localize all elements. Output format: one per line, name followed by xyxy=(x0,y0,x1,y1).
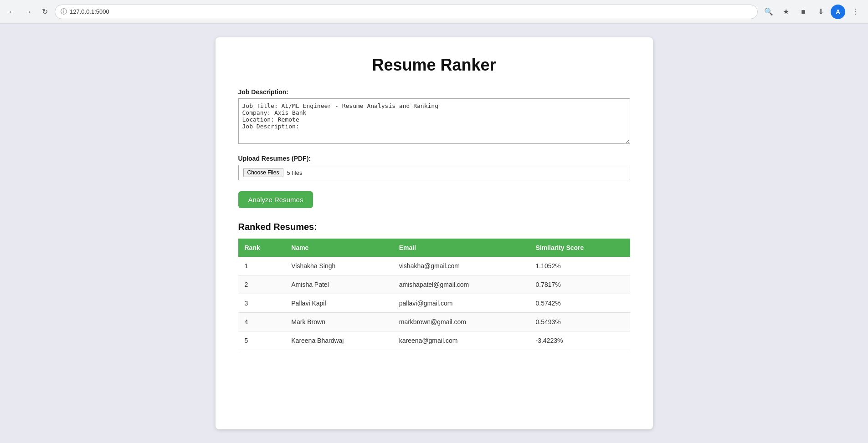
cell-rank: 1 xyxy=(238,257,285,275)
page-title: Resume Ranker xyxy=(238,56,630,75)
table-row: 1Vishakha Singhvishakha@gmail.com1.1052% xyxy=(238,257,630,275)
cell-score: 0.5493% xyxy=(529,313,630,331)
cell-name: Pallavi Kapil xyxy=(285,294,392,313)
cell-name: Mark Brown xyxy=(285,313,392,331)
results-table: Rank Name Email Similarity Score 1Vishak… xyxy=(238,239,630,350)
col-header-rank: Rank xyxy=(238,239,285,257)
table-row: 5Kareena Bhardwajkareena@gmail.com-3.422… xyxy=(238,331,630,350)
cell-name: Amisha Patel xyxy=(285,275,392,294)
col-header-name: Name xyxy=(285,239,392,257)
cell-name: Kareena Bhardwaj xyxy=(285,331,392,350)
table-row: 3Pallavi Kapilpallavi@gmail.com0.5742% xyxy=(238,294,630,313)
download-icon[interactable]: ⇓ xyxy=(813,5,828,19)
col-header-score: Similarity Score xyxy=(529,239,630,257)
table-header: Rank Name Email Similarity Score xyxy=(238,239,630,257)
job-description-textarea[interactable]: Job Title: AI/ML Engineer - Resume Analy… xyxy=(238,98,630,144)
info-icon: ⓘ xyxy=(61,8,67,16)
cell-score: -3.4223% xyxy=(529,331,630,350)
cell-score: 1.1052% xyxy=(529,257,630,275)
cell-email: vishakha@gmail.com xyxy=(393,257,529,275)
job-description-label: Job Description: xyxy=(238,88,630,96)
forward-button[interactable]: → xyxy=(22,5,35,18)
cell-rank: 5 xyxy=(238,331,285,350)
url-text: 127.0.0.1:5000 xyxy=(70,8,109,15)
back-button[interactable]: ← xyxy=(5,5,18,18)
cell-email: kareena@gmail.com xyxy=(393,331,529,350)
table-row: 4Mark Brownmarkbrown@gmail.com0.5493% xyxy=(238,313,630,331)
main-card: Resume Ranker Job Description: Job Title… xyxy=(216,37,653,429)
reload-button[interactable]: ↻ xyxy=(38,5,51,18)
menu-icon[interactable]: ⋮ xyxy=(848,5,863,19)
extensions-icon[interactable]: ■ xyxy=(796,5,811,19)
cell-email: markbrown@gmail.com xyxy=(393,313,529,331)
cell-rank: 3 xyxy=(238,294,285,313)
cell-email: pallavi@gmail.com xyxy=(393,294,529,313)
cell-score: 0.5742% xyxy=(529,294,630,313)
cell-name: Vishakha Singh xyxy=(285,257,392,275)
address-bar[interactable]: ⓘ 127.0.0.1:5000 xyxy=(55,5,758,19)
files-count-text: 5 files xyxy=(287,169,303,176)
bookmark-icon[interactable]: ★ xyxy=(779,5,793,19)
table-row: 2Amisha Patelamishapatel@gmail.com0.7817… xyxy=(238,275,630,294)
choose-files-button[interactable]: Choose Files xyxy=(243,168,283,177)
browser-chrome: ← → ↻ ⓘ 127.0.0.1:5000 🔍 ★ ■ ⇓ A ⋮ xyxy=(0,0,868,24)
col-header-email: Email xyxy=(393,239,529,257)
page-background: Resume Ranker Job Description: Job Title… xyxy=(0,24,868,443)
table-body: 1Vishakha Singhvishakha@gmail.com1.1052%… xyxy=(238,257,630,350)
ranked-resumes-title: Ranked Resumes: xyxy=(238,222,630,232)
analyze-resumes-button[interactable]: Analyze Resumes xyxy=(238,191,313,208)
upload-label: Upload Resumes (PDF): xyxy=(238,155,630,162)
upload-section: Upload Resumes (PDF): Choose Files 5 fil… xyxy=(238,155,630,180)
cell-email: amishapatel@gmail.com xyxy=(393,275,529,294)
user-avatar[interactable]: A xyxy=(831,5,845,19)
cell-rank: 2 xyxy=(238,275,285,294)
cell-rank: 4 xyxy=(238,313,285,331)
zoom-icon[interactable]: 🔍 xyxy=(761,5,776,19)
file-input-row: Choose Files 5 files xyxy=(238,165,630,180)
cell-score: 0.7817% xyxy=(529,275,630,294)
browser-right-icons: 🔍 ★ ■ ⇓ A ⋮ xyxy=(761,5,863,19)
